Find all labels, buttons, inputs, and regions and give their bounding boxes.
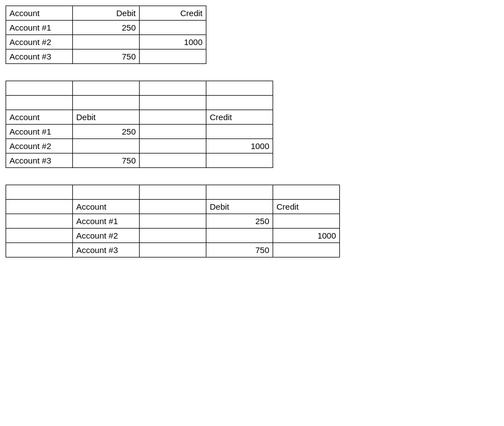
table2-cell-1-3: 1000 [206, 139, 273, 153]
table3-cell-0-0 [6, 214, 73, 229]
table2-empty-0-3 [206, 81, 273, 96]
table2-empty-0-2 [140, 81, 206, 96]
table1: AccountDebitCreditAccount #1250Account #… [6, 6, 206, 64]
table3-cell-0-3: 250 [206, 214, 273, 229]
table2-cell-2-1: 750 [73, 153, 140, 168]
table3-cell-1-3 [206, 229, 273, 243]
table3-empty-0-3 [206, 185, 273, 200]
table2-cell-2-3 [206, 153, 273, 168]
table2-cell-2-2 [140, 153, 206, 168]
table3-header-0 [6, 200, 73, 214]
table1-cell-2-0: Account #3 [6, 49, 73, 64]
table1-container: AccountDebitCreditAccount #1250Account #… [6, 6, 498, 64]
table3-cell-1-4: 1000 [273, 229, 340, 243]
table1-header-2: Credit [140, 6, 206, 21]
table3-cell-0-4 [273, 214, 340, 229]
table2-empty-0-0 [6, 81, 73, 96]
table1-header-0: Account [6, 6, 73, 21]
table2-cell-2-0: Account #3 [6, 153, 73, 168]
table2-cell-0-3 [206, 125, 273, 139]
table2-header-1: Debit [73, 110, 140, 125]
table3-cell-1-0 [6, 229, 73, 243]
table2-cell-0-0: Account #1 [6, 125, 73, 139]
table2-header-2 [140, 110, 206, 125]
table3-empty-0-1 [73, 185, 140, 200]
table3-header-1: Account [73, 200, 140, 214]
table2-cell-1-0: Account #2 [6, 139, 73, 153]
table3-cell-2-3: 750 [206, 243, 273, 257]
table3-cell-0-1: Account #1 [73, 214, 140, 229]
table2-cell-0-2 [140, 125, 206, 139]
table3-cell-2-2 [140, 243, 206, 257]
table3-empty-0-0 [6, 185, 73, 200]
table2-empty-1-0 [6, 96, 73, 110]
table1-cell-1-1 [73, 35, 140, 49]
table3-empty-0-4 [273, 185, 340, 200]
table1-cell-1-0: Account #2 [6, 35, 73, 49]
table3-cell-2-0 [6, 243, 73, 257]
table1-header-1: Debit [73, 6, 140, 21]
table2: AccountDebitCreditAccount #1250Account #… [6, 81, 273, 168]
table3-empty-0-2 [140, 185, 206, 200]
table3-cell-0-2 [140, 214, 206, 229]
table3-container: AccountDebitCreditAccount #1250Account #… [6, 185, 498, 257]
table2-container: AccountDebitCreditAccount #1250Account #… [6, 81, 498, 168]
table2-header-0: Account [6, 110, 73, 125]
table1-cell-1-2: 1000 [140, 35, 206, 49]
table3-cell-2-4 [273, 243, 340, 257]
table3-header-4: Credit [273, 200, 340, 214]
table3: AccountDebitCreditAccount #1250Account #… [6, 185, 340, 257]
table1-cell-0-1: 250 [73, 21, 140, 35]
table1-cell-0-2 [140, 21, 206, 35]
table2-empty-1-2 [140, 96, 206, 110]
table2-cell-1-1 [73, 139, 140, 153]
table1-cell-2-2 [140, 49, 206, 64]
table3-cell-1-1: Account #2 [73, 229, 140, 243]
table1-cell-0-0: Account #1 [6, 21, 73, 35]
table2-cell-0-1: 250 [73, 125, 140, 139]
table3-cell-2-1: Account #3 [73, 243, 140, 257]
table2-cell-1-2 [140, 139, 206, 153]
table2-empty-1-3 [206, 96, 273, 110]
table3-cell-1-2 [140, 229, 206, 243]
table2-empty-0-1 [73, 81, 140, 96]
table2-empty-1-1 [73, 96, 140, 110]
table3-header-2 [140, 200, 206, 214]
table1-cell-2-1: 750 [73, 49, 140, 64]
table3-header-3: Debit [206, 200, 273, 214]
table2-header-3: Credit [206, 110, 273, 125]
